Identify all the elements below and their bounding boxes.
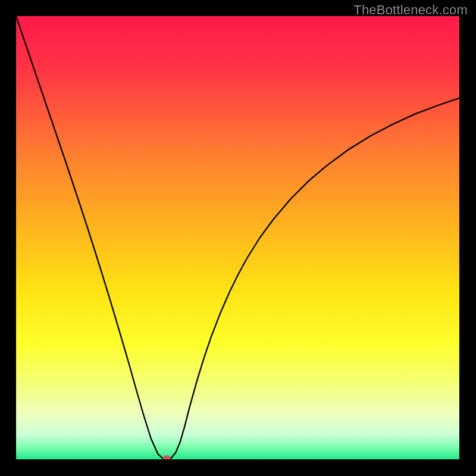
plot-area [16,16,459,459]
watermark-text: TheBottleneck.com [353,2,468,18]
chart-canvas [16,16,459,459]
chart-frame: TheBottleneck.com [0,0,476,476]
gradient-background [16,16,459,459]
